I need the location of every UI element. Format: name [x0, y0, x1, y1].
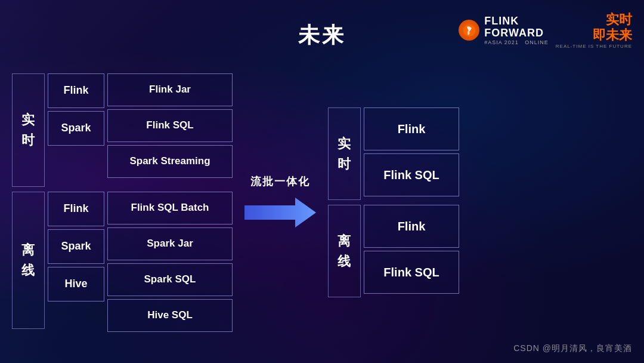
box-flink-sql: Flink SQL: [107, 109, 233, 142]
offline-label-left: 离 线: [12, 192, 45, 329]
right-diagram: 实 时 Flink Flink SQL 离 线 Flink Flink SQL: [328, 107, 459, 297]
box-flink-realtime: Flink: [48, 73, 104, 108]
offline-detail-boxes: Flink SQL Batch Spark Jar Spark SQL Hive…: [107, 192, 233, 332]
right-offline-boxes: Flink Flink SQL: [364, 205, 459, 297]
realtime-section: 实 时 Flink Spark Flink Jar Flink SQL Spar…: [12, 73, 233, 187]
box-right-flink-sql-offline: Flink SQL: [364, 251, 459, 294]
box-flink-offline: Flink: [48, 192, 104, 226]
logo-area: FLINKFORWARD #ASIA 2021 ONLINE 实时即未来 REA…: [459, 12, 632, 49]
asia-text: #ASIA 2021 ONLINE: [484, 39, 549, 45]
watermark: CSDN @明月清风，良宵美酒: [513, 343, 632, 354]
flink-logo-icon: [459, 20, 479, 41]
box-spark-streaming: Spark Streaming: [107, 145, 233, 178]
box-spark-realtime: Spark: [48, 111, 104, 146]
box-hive-offline: Hive: [48, 267, 104, 302]
flink-forward-logo: FLINKFORWARD #ASIA 2021 ONLINE: [484, 16, 549, 45]
svg-marker-1: [244, 198, 316, 227]
right-realtime-boxes: Flink Flink SQL: [364, 107, 459, 200]
realtime-mid-boxes: Flink Spark: [48, 73, 104, 187]
box-flink-sql-batch: Flink SQL Batch: [107, 192, 233, 224]
box-right-flink-offline: Flink: [364, 205, 459, 248]
left-diagram: 实 时 Flink Spark Flink Jar Flink SQL Spar…: [12, 73, 233, 332]
right-realtime-label: 实 时: [328, 107, 361, 200]
box-right-flink-sql-realtime: Flink SQL: [364, 153, 459, 196]
arrow-container: 流批一体化: [233, 174, 328, 230]
right-diagram-inner: 实 时 Flink Flink SQL 离 线 Flink Flink SQL: [328, 107, 459, 297]
box-spark-offline: Spark: [48, 229, 104, 264]
right-realtime-section: 实 时 Flink Flink SQL: [328, 107, 459, 200]
realtime-label-left: 实 时: [12, 73, 45, 187]
main-content: 实 时 Flink Spark Flink Jar Flink SQL Spar…: [12, 66, 632, 339]
offline-mid-boxes: Flink Spark Hive: [48, 192, 104, 332]
arrow-label: 流批一体化: [250, 174, 310, 189]
box-spark-sql: Spark SQL: [107, 263, 233, 296]
offline-section: 离 线 Flink Spark Hive Flink SQL Batch Spa…: [12, 192, 233, 332]
box-flink-jar: Flink Jar: [107, 73, 233, 106]
box-right-flink-realtime: Flink: [364, 107, 459, 150]
realtime-detail-boxes: Flink Jar Flink SQL Spark Streaming: [107, 73, 233, 187]
arrow-icon: [244, 195, 316, 230]
box-hive-sql: Hive SQL: [107, 299, 233, 332]
slogan-cn: 实时即未来: [593, 12, 632, 44]
flink-forward-text: FLINKFORWARD: [484, 16, 544, 39]
right-offline-label: 离 线: [328, 205, 361, 297]
slogan-en: REAL-TIME IS THE FUTURE: [556, 44, 632, 49]
right-offline-section: 离 线 Flink Flink SQL: [328, 205, 459, 297]
box-spark-jar: Spark Jar: [107, 227, 233, 260]
